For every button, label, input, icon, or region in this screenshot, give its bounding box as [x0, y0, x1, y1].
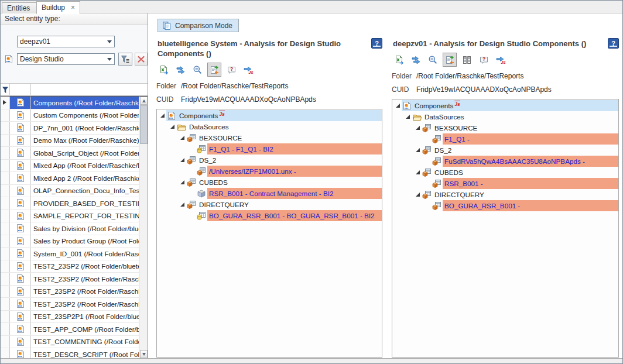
expander-icon[interactable]: [406, 115, 410, 119]
expander-icon[interactable]: [180, 202, 184, 207]
comparison-mode-button[interactable]: Comparison Mode: [158, 19, 239, 32]
expander-icon[interactable]: [396, 104, 400, 108]
clear-filter-button[interactable]: [135, 53, 148, 66]
ds-cube-icon: [422, 146, 432, 155]
list-item[interactable]: SAMPLE_REPORT_FOR_TESTING_M (: [1, 210, 139, 223]
tree-item[interactable]: DS_2: [157, 154, 382, 166]
help-button[interactable]: ?: [608, 38, 619, 49]
tree-item[interactable]: RSR_B001 - Contract Management - BI2: [157, 188, 382, 199]
list-item[interactable]: System_ID_001 (/Root Folder/Raschk: [1, 248, 139, 260]
close-icon[interactable]: ×: [71, 4, 75, 12]
tree-item[interactable]: CUBEDS: [392, 167, 618, 178]
transfer-arrows-button[interactable]: [409, 53, 423, 67]
tree-item[interactable]: F1_Q1 -: [392, 133, 618, 145]
chevron-down-icon[interactable]: [105, 36, 114, 47]
expander-icon[interactable]: [416, 193, 420, 197]
list-item[interactable]: TEST_DESCR_SCRIPT (/Root Folder/R: [1, 348, 139, 358]
row-marker-icon: [3, 100, 9, 105]
tree-item[interactable]: ComponentsJs: [392, 100, 618, 111]
tree-item[interactable]: RSR_B001 -: [392, 178, 618, 189]
sidebar-scrollbar[interactable]: [139, 97, 148, 358]
list-item-label: TEST_23SP2 (/Root Folder/Raschke/L: [31, 298, 139, 310]
list-item[interactable]: TEST_COMMENTING (/Root Folder/bl: [1, 336, 139, 349]
svg-text:?: ?: [482, 56, 485, 62]
expander-icon[interactable]: [180, 158, 184, 162]
excel-export-button[interactable]: [156, 63, 170, 77]
expander-icon[interactable]: [170, 125, 174, 129]
expander-icon[interactable]: [180, 180, 184, 184]
folder-label: Folder: [156, 82, 181, 90]
folder-value: /Root Folder/Raschke/TestReports: [416, 72, 523, 80]
tree-item[interactable]: ComponentsJs: [157, 110, 382, 121]
tree-item[interactable]: BO_GURA_RSR_B001 - BO_GURA_RSR_B001 - BI…: [157, 210, 382, 221]
list-item[interactable]: TEST_23SP2 (/Root Folder/Raschke/L: [1, 298, 139, 311]
excel-export-button[interactable]: [392, 53, 406, 67]
list-item[interactable]: TEST_APP_COMP (/Root Folder/bluet: [1, 323, 139, 336]
list-filter-row[interactable]: [1, 84, 148, 97]
scrollbar-thumb[interactable]: [140, 105, 148, 144]
js-export-button[interactable]: Js: [241, 63, 255, 77]
cube-3d-icon: [197, 189, 206, 198]
scroll-up-icon[interactable]: [140, 97, 148, 105]
ds-cube-icon: [432, 157, 441, 166]
cuid-label: CUID: [392, 85, 416, 94]
entity-type-select[interactable]: Design Studio: [17, 53, 115, 65]
tree-item[interactable]: DIRECTQUERY: [157, 199, 382, 210]
help-balloon-button[interactable]: ?: [224, 63, 238, 77]
ds-cube-icon: [197, 167, 206, 176]
tree-item[interactable]: F1_Q1 - F1_Q1 - BI2: [157, 143, 382, 154]
tree-item[interactable]: DIRECTQUERY: [392, 189, 618, 200]
zoom-out-button[interactable]: [190, 63, 204, 77]
list-item[interactable]: TEST2_23SP2 (/Root Folder/Raschke,: [1, 273, 139, 286]
list-item[interactable]: Components (/Root Folder/Raschke/T: [1, 97, 139, 109]
tree-item-label: BO_GURA_RSR_B001 - BO_GURA_RSR_B001 - BI…: [209, 212, 375, 219]
entity-doc-icon: [16, 186, 25, 195]
js-export-button[interactable]: Js: [494, 53, 508, 67]
expander-icon[interactable]: [160, 114, 165, 118]
tree-item[interactable]: DataSources: [392, 111, 618, 122]
help-balloon-button[interactable]: ?: [477, 53, 491, 67]
entity-doc-icon: [16, 299, 25, 308]
list-item[interactable]: Mixed App (/Root Folder/Raschke/De: [1, 160, 139, 173]
list-item[interactable]: OLAP_Connection_Docu_Info_Test (/: [1, 185, 139, 198]
list-item[interactable]: Mixed App 2 (/Root Folder/Raschke/D: [1, 172, 139, 185]
tree-item[interactable]: BEXSOURCE: [392, 122, 618, 133]
expander-icon[interactable]: [416, 148, 420, 152]
tab-buildup[interactable]: Buildup ×: [36, 1, 80, 14]
comparison-refresh-button[interactable]: [207, 63, 221, 77]
tree-item[interactable]: CUBEDS: [157, 177, 382, 188]
grid-view-button[interactable]: [460, 53, 474, 67]
tree-item[interactable]: DataSources: [157, 121, 382, 132]
tree-item[interactable]: DS_2: [392, 145, 618, 156]
list-item[interactable]: Sales by Product Group (/Root Folder: [1, 235, 139, 248]
entity-list: Components (/Root Folder/Raschke/TCustom…: [1, 97, 148, 358]
list-item[interactable]: Custom Components (/Root Folder/Ra: [1, 109, 139, 122]
ds-cube-icon: [187, 178, 196, 187]
filter-button[interactable]: [118, 53, 132, 66]
entity-doc-icon: [16, 312, 25, 321]
scroll-down-icon[interactable]: [140, 350, 148, 358]
expander-icon[interactable]: [180, 136, 184, 140]
list-item[interactable]: TEST_23SP2P1 (/Root Folder/bluetelli: [1, 311, 139, 324]
list-item[interactable]: Demo Max (/Root Folder/Raschke): [1, 135, 139, 147]
transfer-arrows-button[interactable]: [173, 63, 187, 77]
expander-icon[interactable]: [416, 170, 420, 174]
tree-item[interactable]: BEXSOURCE: [157, 132, 382, 143]
help-button[interactable]: ?: [371, 38, 382, 49]
panel-toolbar: ?Js: [156, 63, 382, 77]
expander-icon[interactable]: [416, 126, 420, 130]
tree-item[interactable]: BO_GURA_RSR_B001 -: [392, 200, 618, 211]
comparison-mode-label: Comparison Mode: [175, 22, 232, 30]
list-item[interactable]: DP_7nn_001 (/Root Folder/Raschke/T: [1, 122, 139, 135]
list-item[interactable]: TEST_23SP2 (/Root Folder/Raschke/D: [1, 286, 139, 298]
tree-item[interactable]: FuSdRVa5hQwA4BsAAAC35U8AoNPBApds -: [392, 156, 618, 167]
tree-item[interactable]: /Universes/IZPF1M001.unx -: [157, 166, 382, 177]
list-item[interactable]: TEST2_23SP2 (/Root Folder/bluetellig: [1, 260, 139, 273]
system-select[interactable]: deepzv01: [17, 36, 115, 47]
comparison-refresh-button[interactable]: [443, 53, 457, 67]
list-item[interactable]: Global_Script_Object (/Root Folder/R: [1, 147, 139, 160]
chevron-down-icon[interactable]: [105, 54, 114, 64]
zoom-out-button[interactable]: [426, 53, 440, 67]
list-item[interactable]: PROVIDER_BASED_FOR_TESTING (/F: [1, 197, 139, 210]
list-item[interactable]: Sales by Division (/Root Folder/bluete: [1, 222, 139, 235]
